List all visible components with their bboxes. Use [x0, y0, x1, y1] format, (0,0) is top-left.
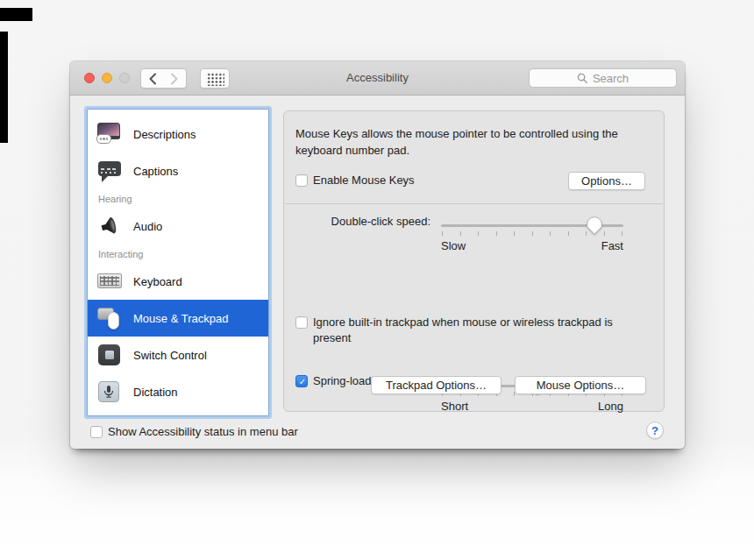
- sidebar-item-label: Switch Control: [133, 349, 207, 362]
- captions-icon: [96, 158, 123, 184]
- trackpad-options-button[interactable]: Trackpad Options…: [371, 376, 501, 394]
- show-status-checkbox[interactable]: [90, 426, 103, 438]
- sidebar-item-label: Descriptions: [133, 128, 196, 141]
- sidebar-section-hearing: Hearing: [88, 189, 268, 208]
- double-click-speed-slider[interactable]: Slow Fast: [441, 216, 623, 255]
- spring-loading-checkbox[interactable]: [295, 375, 308, 387]
- search-placeholder: Search: [593, 72, 629, 85]
- search-icon: [577, 73, 588, 84]
- grid-icon: [206, 72, 224, 86]
- scan-artifact-top-left: [0, 8, 32, 21]
- slider-min-label: Short: [441, 400, 468, 413]
- chevron-left-icon: [148, 73, 157, 85]
- slider-min-label: Slow: [441, 239, 466, 252]
- descriptions-icon: [96, 121, 123, 147]
- sidebar-section-interacting: Interacting: [88, 245, 268, 263]
- preferences-window: Accessibility S: [70, 61, 685, 449]
- slider-max-label: Fast: [601, 239, 623, 252]
- sidebar-item-descriptions[interactable]: Descriptions: [88, 116, 268, 152]
- zoom-button: [119, 73, 130, 83]
- sidebar-item-label: Mouse & Trackpad: [133, 312, 228, 325]
- enable-mouse-keys-checkbox[interactable]: [295, 174, 308, 187]
- switch-control-icon: [96, 342, 123, 368]
- help-button[interactable]: ?: [646, 422, 664, 439]
- keyboard-icon: [96, 268, 123, 294]
- sidebar-item-mouse-trackpad[interactable]: Mouse & Trackpad: [88, 300, 268, 337]
- section-divider: [285, 203, 663, 204]
- back-button[interactable]: [140, 68, 164, 89]
- options-button[interactable]: Options…: [568, 172, 645, 190]
- audio-icon: [96, 213, 123, 239]
- mouse-keys-description: Mouse Keys allows the mouse pointer to b…: [295, 125, 648, 159]
- mouse-trackpad-icon: [96, 305, 123, 331]
- show-all-button[interactable]: [200, 68, 230, 89]
- window-footer: Show Accessibility status in menu bar ?: [70, 412, 685, 449]
- category-sidebar: Descriptions Captions Hearing: [88, 110, 268, 415]
- sidebar-item-audio[interactable]: Audio: [88, 208, 268, 245]
- chevron-right-icon: [170, 73, 179, 85]
- show-status-label: Show Accessibility status in menu bar: [108, 425, 298, 438]
- close-button[interactable]: [84, 73, 95, 83]
- title-bar: Accessibility S: [70, 61, 685, 96]
- mouse-trackpad-pane: Mouse Keys allows the mouse pointer to b…: [283, 110, 665, 412]
- mouse-options-button[interactable]: Mouse Options…: [515, 376, 646, 394]
- sidebar-item-dictation[interactable]: Dictation: [88, 373, 268, 410]
- scan-artifact-left-edge: [0, 32, 8, 143]
- sidebar-item-label: Keyboard: [133, 275, 182, 288]
- dictation-icon: [96, 379, 123, 405]
- double-click-speed-label: Double-click speed:: [295, 215, 430, 228]
- ignore-trackpad-label: Ignore built-in trackpad when mouse or w…: [313, 315, 648, 346]
- search-input[interactable]: Search: [529, 68, 677, 88]
- screen: Accessibility S: [0, 0, 754, 560]
- sidebar-item-label: Captions: [133, 165, 178, 178]
- sidebar-item-label: Dictation: [133, 386, 178, 399]
- forward-button[interactable]: [163, 68, 187, 89]
- minimize-button[interactable]: [102, 73, 112, 83]
- sidebar-item-keyboard[interactable]: Keyboard: [88, 263, 268, 300]
- ignore-trackpad-checkbox[interactable]: [295, 316, 308, 329]
- sidebar-item-switch-control[interactable]: Switch Control: [88, 337, 268, 373]
- enable-mouse-keys-label: Enable Mouse Keys: [313, 174, 415, 187]
- question-mark-icon: ?: [651, 424, 658, 437]
- slider-ticks: [442, 231, 622, 237]
- slider-max-label: Long: [598, 400, 623, 413]
- sidebar-item-label: Audio: [133, 220, 162, 233]
- sidebar-item-captions[interactable]: Captions: [88, 152, 268, 189]
